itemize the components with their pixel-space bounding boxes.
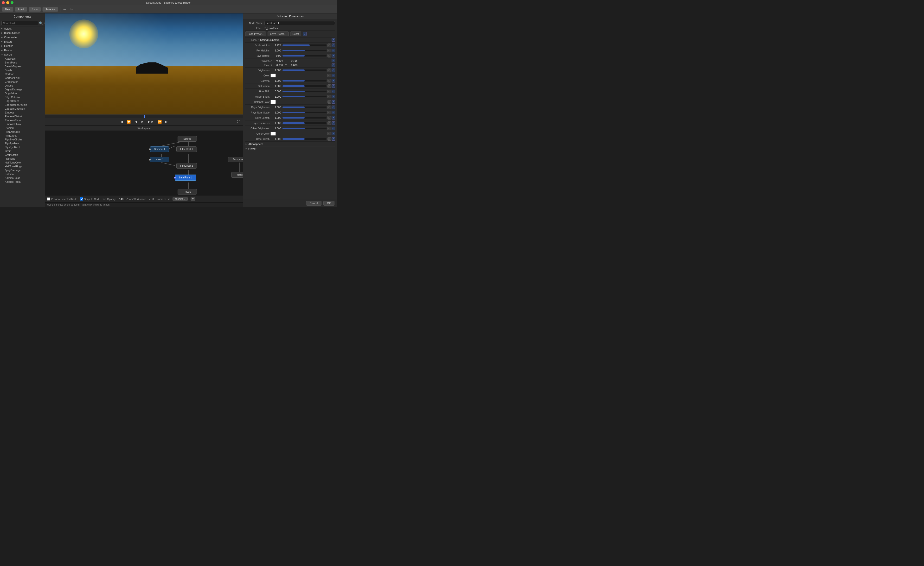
sub-item-edgedetect[interactable]: EdgeDetect xyxy=(0,99,45,103)
category-composite[interactable]: ► Composite xyxy=(0,35,45,39)
param-check[interactable]: ✓ xyxy=(332,95,335,98)
timeline-bar[interactable] xyxy=(45,114,243,118)
save-preset-button[interactable]: Save Preset... xyxy=(268,31,289,36)
param-sq-btn[interactable]: □ xyxy=(327,69,331,72)
minimize-button[interactable] xyxy=(6,1,9,4)
lens-check[interactable]: ✓ xyxy=(332,38,335,42)
preview-selected-checkbox[interactable]: Preview Selected Node xyxy=(47,198,77,201)
sub-item-edgecolorize[interactable]: EdgeColorize xyxy=(0,95,45,99)
param-slider[interactable] xyxy=(282,127,327,130)
param-slider[interactable] xyxy=(282,122,327,124)
redo-button[interactable]: ↪ xyxy=(69,6,74,12)
sub-item-flyseyecircles[interactable]: FlysEyeCircles xyxy=(0,138,45,141)
category-adjust[interactable]: ► Adjust xyxy=(0,27,45,31)
search-input[interactable] xyxy=(2,21,38,25)
param-check[interactable]: ✓ xyxy=(332,116,335,120)
param-slider[interactable] xyxy=(282,55,327,57)
param-slider[interactable] xyxy=(282,106,327,108)
snap-to-grid-checkbox[interactable]: Snap To Grid xyxy=(80,198,99,201)
param-check[interactable]: ✓ xyxy=(332,43,335,47)
load-button[interactable]: Load xyxy=(15,7,27,12)
param-slider[interactable] xyxy=(282,79,327,82)
sub-item-embossdistort[interactable]: EmbossDistort xyxy=(0,114,45,118)
step-back-button[interactable]: ◄ xyxy=(133,119,139,124)
param-slider[interactable] xyxy=(282,49,327,52)
load-preset-button[interactable]: Load Preset... xyxy=(245,31,266,36)
param-check[interactable]: ✓ xyxy=(332,127,335,130)
sub-item-filmeffect[interactable]: FilmEffect xyxy=(0,134,45,138)
param-sq-btn[interactable]: □ xyxy=(327,95,331,98)
param-sq-btn[interactable]: □ xyxy=(327,111,331,114)
param-slider[interactable] xyxy=(282,111,327,114)
preset-check[interactable]: ✓ xyxy=(303,32,306,36)
category-blur-sharpen[interactable]: ► Blur+Sharpen xyxy=(0,31,45,35)
sub-item-bandpass[interactable]: BandPass xyxy=(0,61,45,64)
node-lensflare1[interactable]: LensFlare 1 xyxy=(175,175,196,181)
sub-item-cartoon[interactable]: Cartoon xyxy=(0,72,45,76)
param-slider[interactable] xyxy=(282,90,327,93)
param-sq-btn[interactable]: □ xyxy=(327,49,331,52)
param-check[interactable]: ✓ xyxy=(332,49,335,52)
new-button[interactable]: New xyxy=(2,7,14,12)
sub-item-dogvision[interactable]: DogVision xyxy=(0,91,45,95)
save-button[interactable]: Save xyxy=(28,7,41,12)
sub-item-embossshiny[interactable]: EmbossShiny xyxy=(0,122,45,126)
sub-item-flyseyerect[interactable]: FlysEyeRect xyxy=(0,145,45,149)
save-as-button[interactable]: Save As xyxy=(42,7,58,12)
param-check[interactable]: ✓ xyxy=(332,100,335,103)
category-lighting[interactable]: ► Lighting xyxy=(0,44,45,48)
sub-item-cartoonpaint[interactable]: CartoonPaint xyxy=(0,76,45,80)
prev-frame-button[interactable]: ⏪ xyxy=(125,119,132,124)
play-button[interactable]: ► xyxy=(140,119,146,124)
timeline-ruler[interactable] xyxy=(45,115,243,118)
param-sq-btn[interactable]: □ xyxy=(327,90,331,93)
workspace-canvas[interactable]: Source Gradient 1 FilmEffect 1 Invert 1 … xyxy=(45,131,243,195)
node-mask[interactable]: Mask xyxy=(231,172,243,178)
sub-item-grain[interactable]: Grain xyxy=(0,149,45,153)
sub-item-edgesindirection[interactable]: EdgesInDirection xyxy=(0,107,45,111)
sub-item-halftonecolor[interactable]: HalfToneColor xyxy=(0,160,45,165)
hotspot-color-swatch[interactable] xyxy=(270,100,276,104)
play-to-end-button[interactable]: ⏭ xyxy=(164,119,170,124)
param-sq-btn[interactable]: □ xyxy=(327,132,331,135)
sub-item-emboss[interactable]: Emboss xyxy=(0,111,45,114)
sub-item-flyseyehex[interactable]: FlysEyeHex xyxy=(0,141,45,145)
reset-button[interactable]: Reset xyxy=(290,31,301,36)
sub-item-halftone[interactable]: HalfTone xyxy=(0,157,45,160)
param-sq-btn[interactable]: □ xyxy=(327,121,331,125)
param-check[interactable]: ✓ xyxy=(332,111,335,114)
node-invert1[interactable]: Invert 1 xyxy=(150,157,169,162)
sub-item-grainstatic[interactable]: GrainStatic xyxy=(0,153,45,157)
param-sq-btn[interactable]: □ xyxy=(327,79,331,82)
maximize-button[interactable] xyxy=(10,1,14,4)
param-check[interactable]: ✓ xyxy=(332,59,335,62)
node-filmeffect2[interactable]: FilmEffect 2 xyxy=(176,163,197,169)
param-sq-btn[interactable]: □ xyxy=(327,100,331,103)
ok-button[interactable]: OK xyxy=(323,201,334,205)
flicker-section[interactable]: ► Flicker xyxy=(245,146,335,151)
sub-item-kaleidoradial[interactable]: KaleidoRadial xyxy=(0,180,45,184)
param-check[interactable]: ✓ xyxy=(332,79,335,82)
param-sq-btn[interactable]: □ xyxy=(327,127,331,130)
param-sq-btn[interactable]: □ xyxy=(327,116,331,120)
sub-item-embossglass[interactable]: EmbossGlass xyxy=(0,118,45,122)
param-sq-btn[interactable]: □ xyxy=(327,106,331,109)
param-check[interactable]: ✓ xyxy=(332,63,335,67)
category-render[interactable]: ► Render xyxy=(0,48,45,52)
param-check[interactable]: ✓ xyxy=(332,137,335,141)
color-swatch[interactable] xyxy=(270,73,276,78)
snap-to-grid-input[interactable] xyxy=(80,198,83,201)
param-slider[interactable] xyxy=(282,44,327,46)
param-check[interactable]: ✓ xyxy=(332,69,335,72)
param-sq-btn[interactable]: □ xyxy=(327,137,331,141)
sub-item-bleachbypass[interactable]: BleachBypass xyxy=(0,64,45,68)
cancel-button[interactable]: Cancel xyxy=(306,201,321,205)
other-color-swatch[interactable] xyxy=(270,132,276,136)
sub-item-autopaint[interactable]: AutoPaint xyxy=(0,57,45,61)
sub-item-brush[interactable]: Brush xyxy=(0,68,45,72)
sub-item-diffuse[interactable]: Diffuse xyxy=(0,84,45,87)
step-forward-button[interactable]: ►► xyxy=(146,119,156,124)
sub-item-digitaldamage[interactable]: DigitalDamage xyxy=(0,87,45,91)
param-check[interactable]: ✓ xyxy=(332,84,335,88)
preview-selected-input[interactable] xyxy=(47,198,50,201)
